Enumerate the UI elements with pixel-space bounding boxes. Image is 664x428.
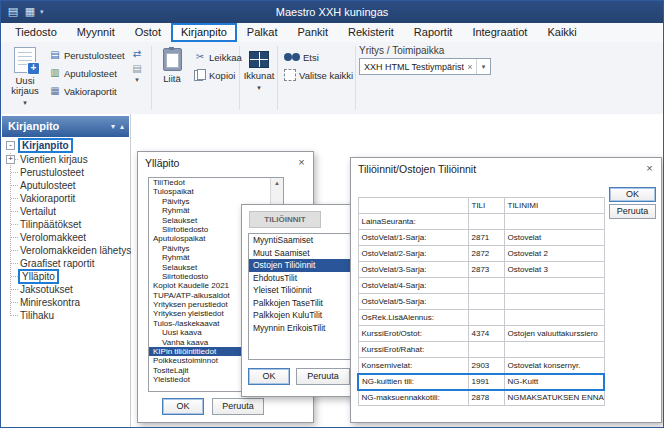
etsi-button[interactable]: Etsi bbox=[282, 48, 355, 66]
tree-item[interactable]: + Vientien kirjaus bbox=[3, 153, 129, 166]
close-icon[interactable]: × bbox=[294, 155, 309, 170]
ribbon-tab[interactable]: Raportit bbox=[404, 23, 463, 42]
ribbon-tab[interactable]: Rekisterit bbox=[338, 23, 404, 42]
dropdown-icon[interactable]: ▾ bbox=[129, 76, 145, 84]
tree-item[interactable]: Verolomakkeiden lähetys bbox=[3, 244, 129, 257]
ikkunat-button[interactable]: Ikkunat ▾ bbox=[241, 45, 277, 111]
tili-cell[interactable]: 4374 bbox=[468, 326, 504, 342]
ribbon-tab[interactable]: Tiedosto bbox=[5, 23, 67, 42]
tili-cell[interactable] bbox=[468, 294, 504, 310]
tree-item[interactable]: Tilihaku bbox=[3, 309, 129, 322]
tilioinnit-list-item[interactable]: MyyntiSaamiset bbox=[249, 234, 358, 247]
tilinimi-cell[interactable]: Ostojen valuuttakurssiero bbox=[504, 326, 604, 342]
aputulosteet-button[interactable]: ▥ Aputulosteet bbox=[47, 64, 127, 82]
table-row[interactable]: OstoVelat/1-Sarja: 2871 Ostovelat bbox=[358, 230, 604, 246]
tilioinnit-list-item[interactable]: Palkkojen TaseTilit bbox=[249, 297, 358, 310]
tilinimi-cell[interactable] bbox=[504, 214, 604, 230]
yllapito-list-item[interactable]: Tulospaikat bbox=[149, 187, 271, 196]
vakioraportit-button[interactable]: ▦ Vakioraportit bbox=[47, 82, 127, 100]
tilioinnit-peruuta-button[interactable]: Peruuta bbox=[296, 368, 350, 385]
tilinimi-cell[interactable]: Ostovelat konsernyr. bbox=[504, 358, 604, 374]
tili-cell[interactable] bbox=[468, 278, 504, 294]
list-icon[interactable]: ▤ bbox=[129, 61, 145, 76]
table-row[interactable]: NG-kuittien tili: 1991 NG-Kuitt bbox=[358, 374, 604, 390]
yllapito-list-item[interactable]: TiliTiedot bbox=[149, 178, 271, 187]
ostot-peruuta-button[interactable]: Peruuta bbox=[609, 204, 656, 219]
tili-cell[interactable]: 2903 bbox=[468, 358, 504, 374]
yllapito-ok-button[interactable]: OK bbox=[162, 398, 204, 415]
tree-item[interactable]: Perustulosteet bbox=[3, 166, 129, 179]
tili-cell[interactable]: 1991 bbox=[468, 374, 504, 390]
panel-chevron-up-icon[interactable]: ▴ bbox=[120, 116, 124, 137]
yllapito-peruuta-button[interactable]: Peruuta bbox=[212, 398, 264, 415]
tilioinnit-list-item[interactable]: Muut Saamiset bbox=[249, 247, 358, 260]
sync-icon[interactable]: ⇄ bbox=[129, 46, 145, 61]
tree-item[interactable]: Jaksotukset bbox=[3, 283, 129, 296]
tree-item[interactable]: Verolomakkeet bbox=[3, 231, 129, 244]
tili-cell[interactable]: 2878 bbox=[468, 390, 504, 406]
tilioinnit-list-item[interactable]: Yleiset Tiliöinnit bbox=[249, 284, 358, 297]
table-row[interactable]: OstoVelat/5-Sarja: bbox=[358, 294, 604, 310]
tree-expander-icon[interactable]: + bbox=[6, 155, 15, 164]
table-row[interactable]: OstoVelat/4-Sarja: bbox=[358, 278, 604, 294]
ostot-ok-button[interactable]: OK bbox=[609, 187, 656, 202]
tree-item[interactable]: Vakioraportit bbox=[3, 192, 129, 205]
tilinimi-cell[interactable] bbox=[504, 310, 604, 326]
table-row[interactable]: KurssiErot/Ostot: 4374 Ostojen valuuttak… bbox=[358, 326, 604, 342]
tilinimi-cell[interactable] bbox=[504, 342, 604, 358]
tilinimi-cell[interactable] bbox=[504, 294, 604, 310]
tree-item[interactable]: Vertailut bbox=[3, 205, 129, 218]
close-icon[interactable]: × bbox=[642, 161, 657, 176]
tilioinnit-list-item[interactable]: Palkkojen KuluTilit bbox=[249, 309, 358, 322]
tilinimi-cell[interactable]: NG-Kuitt bbox=[504, 374, 604, 390]
tree-collapse-icon[interactable]: - bbox=[6, 141, 15, 150]
tili-cell[interactable] bbox=[468, 310, 504, 326]
table-row[interactable]: OstoVelat/3-Sarja: 2873 Ostovelat 3 bbox=[358, 262, 604, 278]
ribbon-tab[interactable]: Kirjanpito bbox=[171, 23, 237, 42]
chevron-down-icon[interactable]: ▾ bbox=[476, 59, 490, 74]
tilinimi-cell[interactable]: Ostovelat bbox=[504, 230, 604, 246]
table-row[interactable]: OstoVelat/2-Sarja: 2872 Ostovelat 2 bbox=[358, 246, 604, 262]
clear-icon[interactable]: × bbox=[464, 62, 476, 72]
tili-cell[interactable]: 2871 bbox=[468, 230, 504, 246]
tili-cell[interactable] bbox=[468, 214, 504, 230]
ostot-dialog-titlebar[interactable]: Tiliöinnit/Ostojen Tiliöinnit × bbox=[351, 158, 661, 179]
tree-item[interactable]: Aputulosteet bbox=[3, 179, 129, 192]
tili-cell[interactable]: 2872 bbox=[468, 246, 504, 262]
leikkaa-button[interactable]: ✂ Leikkaa bbox=[192, 48, 244, 66]
table-row[interactable]: LainaSeuranta: bbox=[358, 214, 604, 230]
uusi-kirjaus-button[interactable]: Uusi kirjaus ▾ bbox=[4, 45, 46, 111]
company-combobox[interactable]: XXH HTML Testiympäristö × ▾ bbox=[359, 58, 491, 75]
tilioinnit-list-item[interactable]: EhdotusTilit bbox=[249, 272, 358, 285]
table-row[interactable]: KurssiErot/Rahat: bbox=[358, 342, 604, 358]
perustulosteet-button[interactable]: ▤ Perustulosteet bbox=[47, 46, 127, 64]
ribbon-tab[interactable]: Pankit bbox=[287, 23, 338, 42]
tili-cell[interactable] bbox=[468, 342, 504, 358]
ribbon-tab[interactable]: Kaikki bbox=[537, 23, 586, 42]
ribbon-tab[interactable]: Integraatiot bbox=[462, 23, 537, 42]
tilinimi-cell[interactable]: Ostovelat 3 bbox=[504, 262, 604, 278]
tilioinnit-list-item[interactable]: Ostojen Tiliöinnit bbox=[249, 259, 358, 272]
tilioinnit-ok-button[interactable]: OK bbox=[248, 368, 290, 385]
tree-item[interactable]: Ylläpito bbox=[3, 270, 129, 283]
tilinimi-cell[interactable] bbox=[504, 278, 604, 294]
tilioinnit-list-item[interactable]: Myynnin ErikoisTilit bbox=[249, 322, 358, 335]
panel-chevron-down-icon[interactable]: ▾ bbox=[111, 116, 115, 137]
ribbon-tab[interactable]: Palkat bbox=[237, 23, 288, 42]
yllapito-dialog-titlebar[interactable]: Ylläpito × bbox=[138, 152, 313, 173]
tree-item[interactable]: Graafiset raportit bbox=[3, 257, 129, 270]
table-row[interactable]: Konsernivelat: 2903 Ostovelat konsernyr. bbox=[358, 358, 604, 374]
panel-header[interactable]: Kirjanpito ▾ ▴ bbox=[2, 116, 129, 137]
liita-button[interactable]: Liitä bbox=[153, 45, 191, 111]
ribbon-tab[interactable]: Myynnit bbox=[67, 23, 125, 42]
ribbon-tab[interactable]: Ostot bbox=[125, 23, 171, 42]
tilinimi-cell[interactable]: NGMAKSATUKSEN ENNAKKOTILI bbox=[504, 390, 604, 406]
tilinimi-cell[interactable]: Ostovelat 2 bbox=[504, 246, 604, 262]
scroll-up-icon[interactable]: ▲ bbox=[271, 178, 283, 188]
tree-item[interactable]: Tilinpäätökset bbox=[3, 218, 129, 231]
tree-item[interactable]: Minireskontra bbox=[3, 296, 129, 309]
tili-cell[interactable]: 2873 bbox=[468, 262, 504, 278]
table-row[interactable]: NG-maksuennakkotili: 2878 NGMAKSATUKSEN … bbox=[358, 390, 604, 406]
tree-item-kirjanpito[interactable]: - Kirjanpito bbox=[3, 139, 129, 153]
kopioi-button[interactable]: Kopioi bbox=[192, 66, 244, 84]
